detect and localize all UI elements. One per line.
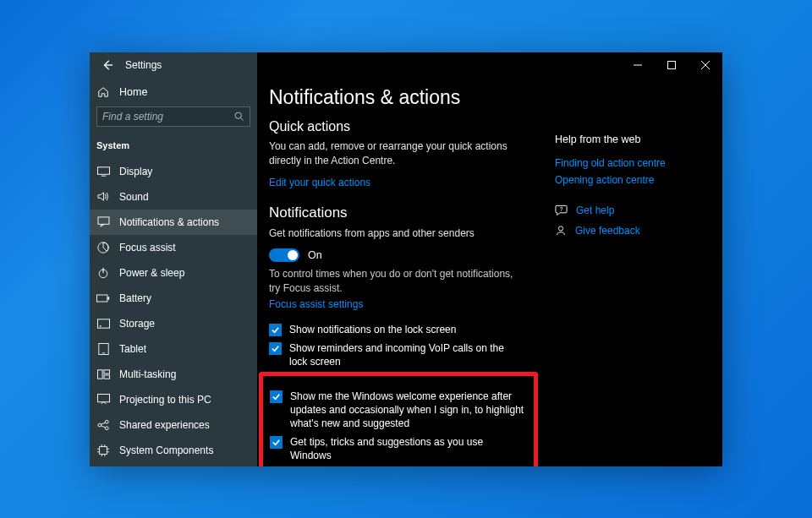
check-label: Get tips, tricks and suggestions as you … — [290, 435, 527, 462]
sidebar-item-label: System Components — [119, 444, 213, 456]
focus-assist-link[interactable]: Focus assist settings — [269, 298, 363, 310]
sound-icon — [96, 191, 110, 202]
web-link-old-action-centre[interactable]: Finding old action centre — [555, 157, 702, 169]
svg-rect-12 — [96, 295, 107, 302]
notifications-toggle[interactable] — [269, 248, 299, 262]
section-label: System — [90, 137, 257, 159]
home-icon — [96, 86, 110, 98]
quick-actions-heading: Quick actions — [269, 119, 524, 134]
window-title: Settings — [125, 59, 162, 71]
sidebar-item-label: Notifications & actions — [119, 216, 219, 228]
svg-rect-6 — [97, 166, 109, 173]
checkbox-icon — [270, 390, 283, 403]
focus-assist-line: To control times when you do or don't ge… — [269, 267, 524, 297]
checkbox-icon — [269, 324, 282, 336]
svg-rect-14 — [97, 319, 109, 327]
power-icon — [96, 267, 110, 279]
back-button[interactable] — [102, 59, 113, 71]
svg-rect-20 — [103, 374, 109, 378]
checkbox-icon — [269, 342, 282, 355]
svg-point-4 — [235, 112, 241, 118]
check-row[interactable]: Show notifications on the lock screen — [269, 323, 524, 336]
minimize-button[interactable] — [621, 52, 655, 78]
svg-rect-8 — [98, 217, 109, 224]
search-icon — [233, 111, 244, 122]
sidebar-item-label: Display — [119, 166, 152, 177]
toggle-state: On — [308, 249, 322, 261]
svg-rect-27 — [100, 446, 107, 454]
sidebar-item-label: Storage — [119, 318, 155, 330]
nav-list: Display Sound Notifications & actions Fo… — [90, 159, 257, 463]
sidebar-item-display[interactable]: Display — [90, 159, 257, 184]
sidebar-item-shared[interactable]: Shared experiences — [90, 412, 257, 438]
help-icon: ? — [555, 204, 568, 216]
sidebar-item-focus-assist[interactable]: Focus assist — [90, 235, 257, 260]
sidebar-item-label: Projecting to this PC — [119, 394, 211, 406]
sidebar-item-multitasking[interactable]: Multi-tasking — [90, 362, 257, 387]
check-row[interactable]: Get tips, tricks and suggestions as you … — [270, 435, 527, 462]
svg-rect-21 — [97, 394, 109, 401]
check-label: Show reminders and incoming VoIP calls o… — [289, 341, 524, 368]
svg-point-24 — [105, 426, 108, 429]
help-from-web-heading: Help from the web — [555, 134, 702, 145]
svg-rect-18 — [97, 369, 102, 378]
sidebar-item-tablet[interactable]: Tablet — [90, 336, 257, 362]
display-icon — [96, 166, 110, 177]
edit-quick-actions-link[interactable]: Edit your quick actions — [269, 177, 370, 188]
sidebar-item-label: Power & sleep — [119, 267, 184, 279]
close-button[interactable] — [689, 52, 722, 78]
multitasking-icon — [96, 369, 110, 379]
get-help-row[interactable]: ? Get help — [555, 204, 702, 216]
sidebar-item-label: Tablet — [119, 343, 146, 355]
sidebar-item-storage[interactable]: Storage — [90, 311, 257, 336]
check-row[interactable]: Show me the Windows welcome experience a… — [270, 390, 527, 431]
svg-point-22 — [97, 423, 101, 427]
sidebar-item-battery[interactable]: Battery — [90, 286, 257, 311]
main-content: Notifications & actions Quick actions Yo… — [257, 78, 722, 466]
svg-line-5 — [241, 118, 244, 121]
notifications-heading: Notifications — [269, 204, 524, 221]
sidebar-item-projecting[interactable]: Projecting to this PC — [90, 387, 257, 412]
tablet-icon — [96, 343, 110, 355]
quick-actions-desc: You can add, remove or rearrange your qu… — [269, 139, 523, 169]
svg-text:?: ? — [560, 205, 563, 211]
sidebar-item-label: Shared experiences — [119, 419, 210, 431]
svg-rect-19 — [103, 369, 109, 373]
components-icon — [96, 444, 110, 456]
sidebar-item-label: Battery — [119, 292, 151, 304]
sidebar: Home System Display Sound — [90, 78, 257, 466]
search-box[interactable] — [96, 106, 250, 127]
sidebar-item-components[interactable]: System Components — [90, 438, 257, 463]
projecting-icon — [96, 394, 110, 405]
highlight-annotation: Show me the Windows welcome experience a… — [259, 372, 538, 466]
give-feedback-link[interactable]: Give feedback — [575, 225, 640, 237]
home-label: Home — [119, 86, 147, 98]
shared-icon — [96, 419, 110, 431]
settings-window: Settings Home System Dis — [90, 52, 722, 466]
check-row[interactable]: Show reminders and incoming VoIP calls o… — [269, 341, 524, 368]
sidebar-item-power[interactable]: Power & sleep — [90, 260, 257, 286]
notifications-icon — [96, 216, 110, 227]
titlebar: Settings — [90, 52, 722, 78]
get-help-link[interactable]: Get help — [576, 204, 614, 216]
web-link-open-action-centre[interactable]: Opening action centre — [555, 174, 702, 186]
sidebar-item-label: Sound — [119, 191, 149, 203]
maximize-button[interactable] — [655, 52, 689, 78]
svg-point-23 — [105, 420, 108, 423]
search-input[interactable] — [102, 111, 229, 123]
feedback-icon — [555, 225, 567, 237]
focus-assist-icon — [96, 242, 110, 254]
svg-line-25 — [101, 423, 105, 424]
storage-icon — [96, 319, 110, 329]
sidebar-item-sound[interactable]: Sound — [90, 184, 257, 210]
sidebar-item-label: Multi-tasking — [119, 368, 176, 380]
svg-line-26 — [101, 425, 105, 427]
get-notifications-label: Get notifications from apps and other se… — [269, 226, 524, 241]
svg-rect-1 — [668, 61, 676, 68]
svg-point-37 — [558, 226, 562, 230]
sidebar-item-notifications[interactable]: Notifications & actions — [90, 210, 257, 235]
page-title: Notifications & actions — [269, 86, 524, 109]
home-nav[interactable]: Home — [90, 78, 257, 106]
sidebar-item-label: Focus assist — [119, 242, 176, 254]
feedback-row[interactable]: Give feedback — [555, 225, 702, 237]
